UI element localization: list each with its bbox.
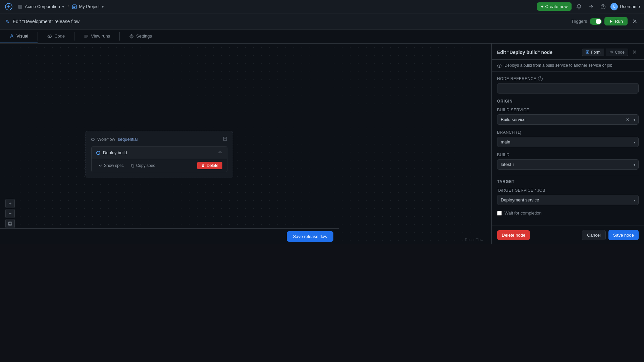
fit-view-button[interactable] bbox=[5, 219, 15, 228]
save-node-label: Save node bbox=[613, 233, 634, 238]
target-service-label: Target service / job bbox=[497, 188, 639, 193]
panel-footer-right: Cancel Save node bbox=[582, 230, 639, 240]
project-selector[interactable]: My Project ▾ bbox=[72, 4, 104, 9]
tab-code[interactable]: Code bbox=[38, 29, 74, 43]
wait-completion-label: Wait for completion bbox=[504, 210, 542, 216]
svg-point-5 bbox=[11, 35, 12, 36]
svg-point-3 bbox=[601, 4, 605, 9]
workflow-circle bbox=[91, 138, 95, 141]
tab-code-label: Code bbox=[54, 34, 65, 39]
divider bbox=[497, 175, 639, 175]
zoom-in-button[interactable]: + bbox=[5, 199, 15, 208]
panel-title: Edit "Deploy build" node bbox=[497, 50, 552, 55]
chevron-up-icon bbox=[218, 150, 222, 155]
tab-settings[interactable]: Settings bbox=[120, 29, 161, 43]
triggers-toggle[interactable] bbox=[590, 18, 602, 25]
target-service-select[interactable]: Deployment service bbox=[497, 195, 639, 205]
canvas-area[interactable]: Workflow sequential Deploy build bbox=[0, 44, 491, 244]
node-title: Deploy build bbox=[96, 150, 127, 155]
brand-selector[interactable]: Acme Corporation ▾ bbox=[17, 4, 64, 9]
panel-footer: Delete node Cancel Save node bbox=[492, 226, 644, 244]
avatar: U bbox=[610, 3, 618, 10]
branch-select[interactable]: main bbox=[497, 137, 639, 147]
connect-button[interactable] bbox=[586, 2, 596, 11]
node-collapse-button[interactable] bbox=[218, 150, 222, 156]
svg-rect-9 bbox=[8, 222, 12, 225]
delete-node-button[interactable]: Delete node bbox=[497, 230, 530, 240]
build-service-select-wrapper: Build service ✕ ▾ bbox=[497, 114, 639, 125]
build-service-clear[interactable]: ✕ bbox=[626, 117, 629, 122]
svg-rect-1 bbox=[18, 5, 22, 9]
workflow-title: Workflow sequential bbox=[91, 137, 138, 142]
brand-chevron: ▾ bbox=[62, 4, 64, 9]
zoom-in-icon: + bbox=[8, 200, 11, 206]
notifications-button[interactable] bbox=[574, 2, 584, 11]
username-label: Username bbox=[620, 4, 640, 9]
connect-icon bbox=[588, 4, 594, 9]
svg-point-4 bbox=[603, 7, 603, 8]
canvas-watermark: React Flow bbox=[465, 238, 483, 242]
workflow-container: Workflow sequential Deploy build bbox=[86, 131, 233, 178]
panel-close-button[interactable]: ✕ bbox=[630, 48, 639, 56]
workflow-type: sequential bbox=[118, 137, 138, 142]
node-actions: Show spec Copy spec Dele bbox=[92, 159, 227, 172]
origin-section-title: Origin bbox=[497, 99, 639, 104]
copy-icon bbox=[130, 164, 135, 168]
node-reference-group: Node reference ? bbox=[497, 76, 639, 94]
delete-node-label: Delete node bbox=[502, 233, 525, 238]
chevron-down-icon bbox=[98, 164, 102, 168]
close-modal-button[interactable]: ✕ bbox=[631, 17, 639, 26]
edit-title: Edit "Development" release flow bbox=[13, 19, 79, 24]
target-service-select-wrapper: Deployment service ▾ bbox=[497, 195, 639, 205]
panel-header: Edit "Deploy build" node Form Code bbox=[492, 44, 644, 60]
copy-spec-button[interactable]: Copy spec bbox=[128, 162, 157, 169]
edit-header: ✎ Edit "Development" release flow Trigge… bbox=[0, 13, 644, 29]
form-icon bbox=[586, 50, 589, 54]
create-new-button[interactable]: + Create new bbox=[537, 2, 572, 11]
build-service-label: Build service bbox=[497, 108, 639, 112]
close-icon: ✕ bbox=[632, 18, 637, 25]
build-service-group: Build service Build service ✕ ▾ bbox=[497, 108, 639, 125]
delete-node-canvas-button[interactable]: Delete bbox=[197, 162, 222, 169]
tab-view-runs-label: View runs bbox=[91, 34, 110, 39]
wait-completion-checkbox[interactable] bbox=[497, 211, 502, 216]
branch-label: Branch (1) bbox=[497, 130, 639, 135]
triggers-area: Triggers Run bbox=[571, 17, 628, 25]
zoom-out-icon: − bbox=[8, 210, 11, 217]
deploy-build-node: Deploy build Show spec bbox=[91, 146, 227, 172]
tab-visual[interactable]: Visual bbox=[0, 29, 38, 43]
show-spec-button[interactable]: Show spec bbox=[96, 162, 126, 169]
svg-point-6 bbox=[131, 36, 132, 37]
code-icon bbox=[47, 34, 52, 39]
runs-icon bbox=[84, 34, 89, 39]
cancel-button[interactable]: Cancel bbox=[582, 230, 605, 240]
delete-label: Delete bbox=[207, 163, 218, 168]
run-button[interactable]: Run bbox=[604, 17, 628, 25]
save-release-flow-button[interactable]: Save release flow bbox=[287, 231, 333, 242]
panel-description: Deploys a build from a build service to … bbox=[492, 60, 644, 72]
build-select[interactable]: latest ↑ bbox=[497, 159, 639, 170]
node-reference-help[interactable]: ? bbox=[538, 76, 543, 81]
node-reference-label-row: Node reference ? bbox=[497, 76, 639, 81]
topbar: Acme Corporation ▾ / My Project ▾ + Crea… bbox=[0, 0, 644, 13]
zoom-out-button[interactable]: − bbox=[5, 209, 15, 218]
panel-code-tab[interactable]: Code bbox=[606, 49, 628, 56]
form-tab-label: Form bbox=[591, 50, 600, 55]
edit-icon: ✎ bbox=[5, 19, 9, 24]
panel-form-tab[interactable]: Form bbox=[582, 49, 604, 56]
build-service-select[interactable]: Build service bbox=[497, 114, 639, 125]
copy-spec-label: Copy spec bbox=[136, 163, 155, 168]
help-button[interactable] bbox=[598, 2, 608, 11]
workflow-collapse-button[interactable] bbox=[223, 136, 227, 142]
user-menu[interactable]: U Username bbox=[610, 3, 640, 10]
save-node-button[interactable]: Save node bbox=[608, 230, 639, 240]
bottom-bar: Save release flow bbox=[0, 228, 339, 244]
node-header: Deploy build bbox=[92, 146, 227, 159]
target-section-title: Target bbox=[497, 179, 639, 184]
main-content: Workflow sequential Deploy build bbox=[0, 44, 644, 244]
node-reference-input[interactable] bbox=[497, 83, 639, 94]
save-release-label: Save release flow bbox=[293, 234, 327, 239]
build-select-wrapper: latest ↑ ▾ bbox=[497, 159, 639, 170]
show-spec-label: Show spec bbox=[104, 163, 124, 168]
tab-view-runs[interactable]: View runs bbox=[74, 29, 119, 43]
